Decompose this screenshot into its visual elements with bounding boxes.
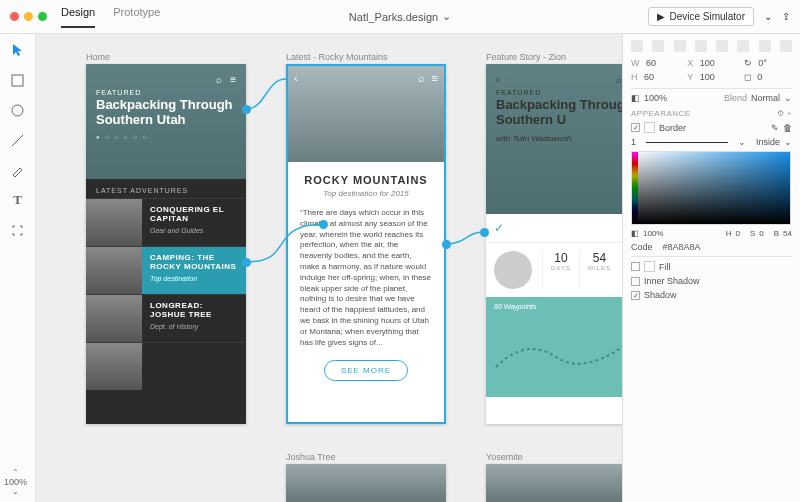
- artboard-label-latest[interactable]: Latest - Rocky Mountains: [286, 52, 388, 62]
- hero-title: Backpacking Through Southern Utah: [96, 98, 236, 128]
- list-item[interactable]: CONQUERING EL CAPITANGear and Guides: [86, 198, 246, 246]
- align-left-icon[interactable]: [631, 40, 643, 52]
- y-input[interactable]: 100: [700, 72, 715, 82]
- height-input[interactable]: 60: [644, 72, 654, 82]
- opacity-icon: ◧: [631, 93, 640, 103]
- list-item-selected[interactable]: CAMPING: THE ROCKY MOUNTAINSTop destinat…: [86, 246, 246, 294]
- color-picker[interactable]: [631, 151, 791, 225]
- artboard-label-joshua[interactable]: Joshua Tree: [286, 452, 336, 462]
- see-more-button[interactable]: SEE MORE: [324, 360, 408, 381]
- article-title: ROCKY MOUNTAINS: [300, 174, 432, 186]
- search-icon[interactable]: ⌕: [216, 74, 222, 85]
- border-swatch[interactable]: [644, 122, 655, 133]
- share-icon[interactable]: ⇪: [782, 11, 790, 22]
- s-input[interactable]: 0: [759, 229, 763, 238]
- chevron-down-icon[interactable]: ⌄: [738, 137, 746, 147]
- align-center-h-icon[interactable]: [652, 40, 664, 52]
- zoom-level[interactable]: ⌃ 100% ⌄: [4, 468, 27, 496]
- back-icon[interactable]: ‹: [496, 74, 499, 85]
- border-checkbox[interactable]: [631, 123, 640, 132]
- artboard-label-feature[interactable]: Feature Story - Zion: [486, 52, 566, 62]
- h-input[interactable]: 0: [736, 229, 740, 238]
- pen-tool[interactable]: [10, 162, 26, 178]
- blend-mode-select[interactable]: Normal: [751, 93, 780, 103]
- inner-shadow-checkbox[interactable]: [631, 277, 640, 286]
- fill-swatch[interactable]: [644, 261, 655, 272]
- tab-prototype[interactable]: Prototype: [113, 6, 160, 28]
- border-label: Border: [659, 123, 686, 133]
- fx-icon[interactable]: ⚙: [777, 109, 785, 118]
- thumbnail: [86, 343, 142, 390]
- delete-icon[interactable]: 🗑: [783, 123, 792, 133]
- align-middle-icon[interactable]: [716, 40, 728, 52]
- chevron-down-icon[interactable]: ⌄: [764, 11, 772, 22]
- artboard-feature[interactable]: ‹ ⌕ ≡ FEATURED Backpacking Through South…: [486, 64, 622, 424]
- menu-icon[interactable]: ≡: [230, 74, 236, 85]
- artboard-home[interactable]: ⌕ ≡ FEATURED Backpacking Through Souther…: [86, 64, 246, 424]
- hue-strip[interactable]: [632, 152, 638, 224]
- list-item[interactable]: [86, 342, 246, 390]
- distribute-v-icon[interactable]: [780, 40, 792, 52]
- line-tool[interactable]: [10, 132, 26, 148]
- picker-opacity[interactable]: 100%: [643, 229, 663, 238]
- ellipse-tool[interactable]: [10, 102, 26, 118]
- minimize-window-icon[interactable]: [24, 12, 33, 21]
- eyedropper-icon[interactable]: ✎: [771, 123, 779, 133]
- align-top-icon[interactable]: [695, 40, 707, 52]
- window-controls: [10, 12, 47, 21]
- wire-node[interactable]: [480, 228, 489, 237]
- article-subtitle: Top destination for 2015: [300, 189, 432, 198]
- pager-dots[interactable]: ● ○ ○ ○ ○ ○: [96, 134, 236, 140]
- wire-node[interactable]: [242, 105, 251, 114]
- wire-node[interactable]: [319, 220, 328, 229]
- hex-input[interactable]: #8A8A8A: [663, 242, 701, 252]
- blend-label: Blend: [724, 93, 747, 103]
- map-section[interactable]: 60 Waypoints: [486, 297, 622, 397]
- distribute-h-icon[interactable]: [759, 40, 771, 52]
- svg-rect-0: [12, 75, 23, 86]
- add-icon[interactable]: +: [787, 109, 792, 118]
- artboard-label-yosemite[interactable]: Yosemite: [486, 452, 523, 462]
- rectangle-tool[interactable]: [10, 72, 26, 88]
- align-bottom-icon[interactable]: [737, 40, 749, 52]
- artboard-label-home[interactable]: Home: [86, 52, 110, 62]
- section-title: LATEST ADVENTURES: [86, 179, 246, 198]
- artboard-yosemite[interactable]: [486, 464, 622, 502]
- zoom-window-icon[interactable]: [38, 12, 47, 21]
- fill-checkbox[interactable]: [631, 262, 640, 271]
- shadow-checkbox[interactable]: [631, 291, 640, 300]
- opacity-value[interactable]: 100%: [644, 93, 667, 103]
- border-width-input[interactable]: 1: [631, 137, 636, 147]
- width-input[interactable]: 60: [646, 58, 656, 68]
- x-input[interactable]: 100: [700, 58, 715, 68]
- artboard-tool[interactable]: [10, 222, 26, 238]
- align-controls: [631, 40, 792, 52]
- corner-input[interactable]: 0: [757, 72, 762, 82]
- search-icon[interactable]: ⌕: [418, 72, 425, 84]
- wire-node[interactable]: [442, 240, 451, 249]
- text-tool[interactable]: T: [10, 192, 26, 208]
- artboard-latest[interactable]: ‹ ⌕ ≡ ROCKY MOUNTAINS Top destination fo…: [286, 64, 446, 424]
- document-title[interactable]: Natl_Parks.design ⌄: [349, 10, 451, 23]
- svg-line-2: [12, 135, 23, 146]
- tab-design[interactable]: Design: [61, 6, 95, 28]
- close-window-icon[interactable]: [10, 12, 19, 21]
- rotate-input[interactable]: 0°: [758, 58, 767, 68]
- featured-tag: FEATURED: [496, 89, 622, 96]
- list-item[interactable]: LONGREAD: JOSHUE TREEDept. of History: [86, 294, 246, 342]
- artboard-joshua[interactable]: [286, 464, 446, 502]
- app-topbar: Design Prototype Natl_Parks.design ⌄ ▶ D…: [0, 0, 800, 34]
- device-simulator-button[interactable]: ▶ Device Simulator: [648, 7, 754, 26]
- b-input[interactable]: 54: [783, 229, 792, 238]
- avatar[interactable]: [494, 251, 532, 289]
- menu-icon[interactable]: ≡: [432, 72, 438, 84]
- back-icon[interactable]: ‹: [294, 72, 298, 84]
- border-side-select[interactable]: Inside: [756, 137, 780, 147]
- design-canvas[interactable]: Home ⌕ ≡ FEATURED Backpacking Through So…: [36, 34, 622, 502]
- check-icon[interactable]: ✓: [494, 221, 504, 235]
- select-tool[interactable]: [10, 42, 26, 58]
- fill-label: Fill: [659, 262, 671, 272]
- wire-node[interactable]: [242, 258, 251, 267]
- align-right-icon[interactable]: [674, 40, 686, 52]
- inner-shadow-label: Inner Shadow: [644, 276, 700, 286]
